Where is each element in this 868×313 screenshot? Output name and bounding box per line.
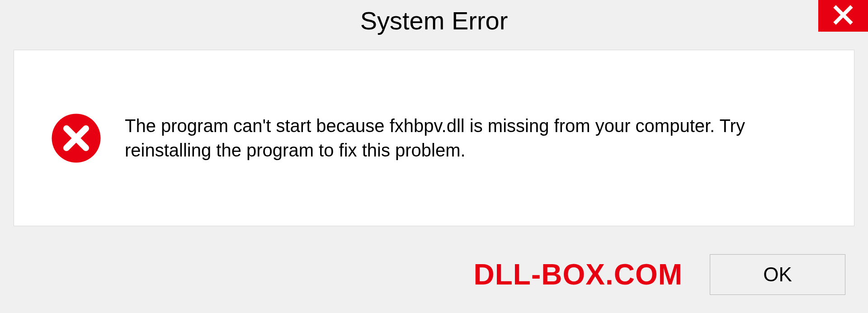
ok-button[interactable]: OK: [710, 254, 845, 295]
titlebar: System Error: [0, 0, 868, 41]
watermark-text: DLL-BOX.COM: [474, 258, 683, 291]
dialog-content: The program can't start because fxhbpv.d…: [14, 50, 854, 226]
error-icon: [50, 112, 102, 164]
error-message: The program can't start because fxhbpv.d…: [125, 114, 836, 162]
dialog-footer: DLL-BOX.COM OK: [0, 236, 868, 313]
close-button[interactable]: [818, 0, 868, 32]
dialog-title: System Error: [360, 6, 508, 35]
ok-button-label: OK: [763, 263, 792, 286]
close-icon: [833, 5, 853, 27]
